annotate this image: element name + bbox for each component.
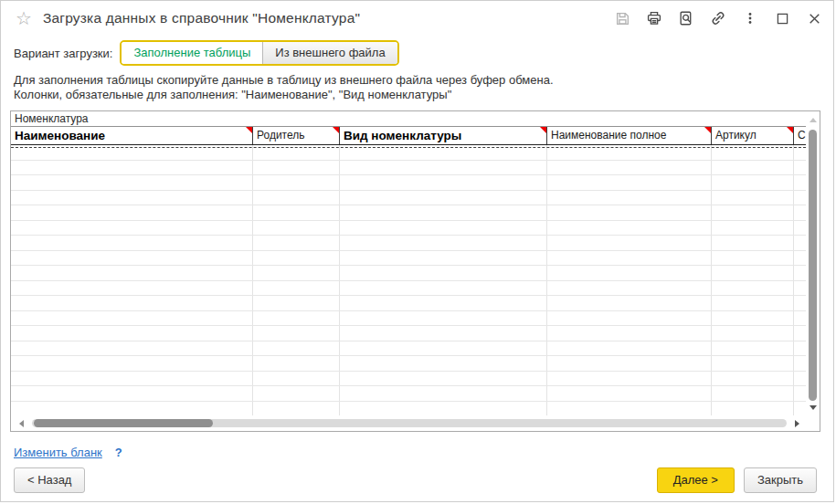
save-icon[interactable] xyxy=(614,10,630,26)
table-cell[interactable] xyxy=(11,296,253,310)
table-cell[interactable] xyxy=(794,402,806,416)
table-cell[interactable] xyxy=(712,281,794,296)
table-row[interactable] xyxy=(11,205,806,221)
maximize-icon[interactable] xyxy=(774,10,790,26)
table-cell[interactable] xyxy=(253,356,340,371)
horizontal-scrollbar-thumb[interactable] xyxy=(34,419,213,427)
table-row[interactable] xyxy=(11,326,806,341)
column-header-0[interactable]: Наименование xyxy=(11,127,253,144)
table-cell[interactable] xyxy=(794,326,806,341)
table-cell[interactable] xyxy=(794,281,806,296)
table-row[interactable] xyxy=(11,236,806,251)
table-cell[interactable] xyxy=(712,205,794,220)
table-cell[interactable] xyxy=(253,402,340,416)
table-cell[interactable] xyxy=(794,266,806,280)
table-cell[interactable] xyxy=(11,161,253,175)
table-cell[interactable] xyxy=(253,175,340,190)
table-cell[interactable] xyxy=(547,281,712,296)
table-cell[interactable] xyxy=(340,175,547,190)
table-cell[interactable] xyxy=(253,311,340,326)
table-cell[interactable] xyxy=(253,236,340,250)
table-cell[interactable] xyxy=(794,191,806,205)
table-cell[interactable] xyxy=(11,386,253,401)
column-header-5[interactable]: С xyxy=(794,127,806,144)
table-cell[interactable] xyxy=(712,191,794,205)
table-cell[interactable] xyxy=(340,356,547,371)
table-cell[interactable] xyxy=(253,191,340,205)
close-button[interactable]: Закрыть xyxy=(744,467,817,493)
table-cell[interactable] xyxy=(712,236,794,250)
scroll-up-icon[interactable] xyxy=(810,118,817,122)
table-cell[interactable] xyxy=(340,205,547,220)
table-cell[interactable] xyxy=(794,341,806,356)
close-icon[interactable] xyxy=(806,10,822,26)
table-row[interactable] xyxy=(11,175,806,191)
table-cell[interactable] xyxy=(340,296,547,310)
preview-icon[interactable] xyxy=(678,10,694,26)
table-row[interactable] xyxy=(11,251,806,267)
table-row[interactable] xyxy=(11,356,806,372)
table-cell[interactable] xyxy=(712,266,794,280)
table-cell[interactable] xyxy=(794,161,806,175)
more-menu-icon[interactable] xyxy=(742,10,758,26)
table-cell[interactable] xyxy=(712,251,794,266)
table-cell[interactable] xyxy=(712,221,794,236)
table-cell[interactable] xyxy=(547,402,712,416)
table-cell[interactable] xyxy=(547,161,712,175)
table-cell[interactable] xyxy=(11,326,253,341)
table-body[interactable] xyxy=(11,145,806,415)
table-cell[interactable] xyxy=(794,372,806,386)
print-icon[interactable] xyxy=(646,10,662,26)
table-cell[interactable] xyxy=(794,386,806,401)
tab-variant-0[interactable]: Заполнение таблицы xyxy=(122,42,262,64)
table-cell[interactable] xyxy=(253,266,340,280)
table-row[interactable] xyxy=(11,221,806,236)
table-cell[interactable] xyxy=(253,281,340,296)
column-header-1[interactable]: Родитель xyxy=(253,127,340,144)
table-row[interactable] xyxy=(11,191,806,206)
table-cell[interactable] xyxy=(794,205,806,220)
table-cell[interactable] xyxy=(547,205,712,220)
table-row[interactable] xyxy=(11,402,806,416)
table-cell[interactable] xyxy=(253,161,340,175)
table-cell[interactable] xyxy=(253,221,340,236)
table-cell[interactable] xyxy=(340,191,547,205)
table-cell[interactable] xyxy=(340,281,547,296)
table-row[interactable] xyxy=(11,161,806,176)
next-button[interactable]: Далее > xyxy=(657,467,735,493)
table-row[interactable] xyxy=(11,311,806,327)
vertical-scrollbar-thumb[interactable] xyxy=(809,130,817,401)
table-cell[interactable] xyxy=(547,311,712,326)
horizontal-scrollbar[interactable] xyxy=(11,415,806,431)
table-row[interactable] xyxy=(11,296,806,311)
tab-variant-1[interactable]: Из внешнего файла xyxy=(262,42,397,64)
table-cell[interactable] xyxy=(253,386,340,401)
table-cell[interactable] xyxy=(11,372,253,386)
table-cell[interactable] xyxy=(794,251,806,266)
table-cell[interactable] xyxy=(253,372,340,386)
table-cell[interactable] xyxy=(11,266,253,280)
table-cell[interactable] xyxy=(340,251,547,266)
scroll-down-icon[interactable] xyxy=(810,405,817,410)
vertical-scrollbar[interactable] xyxy=(806,111,820,415)
table-cell[interactable] xyxy=(547,296,712,310)
table-cell[interactable] xyxy=(253,251,340,266)
link-icon[interactable] xyxy=(710,10,726,26)
table-cell[interactable] xyxy=(712,356,794,371)
scroll-left-icon[interactable] xyxy=(19,420,24,427)
table-row[interactable] xyxy=(11,386,806,402)
help-icon[interactable]: ? xyxy=(115,446,122,459)
table-cell[interactable] xyxy=(794,296,806,310)
table-cell[interactable] xyxy=(547,175,712,190)
table-cell[interactable] xyxy=(547,326,712,341)
edit-form-link[interactable]: Изменить бланк xyxy=(14,446,102,459)
table-cell[interactable] xyxy=(340,311,547,326)
table-cell[interactable] xyxy=(253,205,340,220)
table-cell[interactable] xyxy=(340,326,547,341)
table-cell[interactable] xyxy=(340,386,547,401)
table-cell[interactable] xyxy=(547,266,712,280)
table-cell[interactable] xyxy=(794,356,806,371)
table-cell[interactable] xyxy=(547,341,712,356)
table-row[interactable] xyxy=(11,281,806,297)
horizontal-scrollbar-track[interactable] xyxy=(32,419,787,427)
